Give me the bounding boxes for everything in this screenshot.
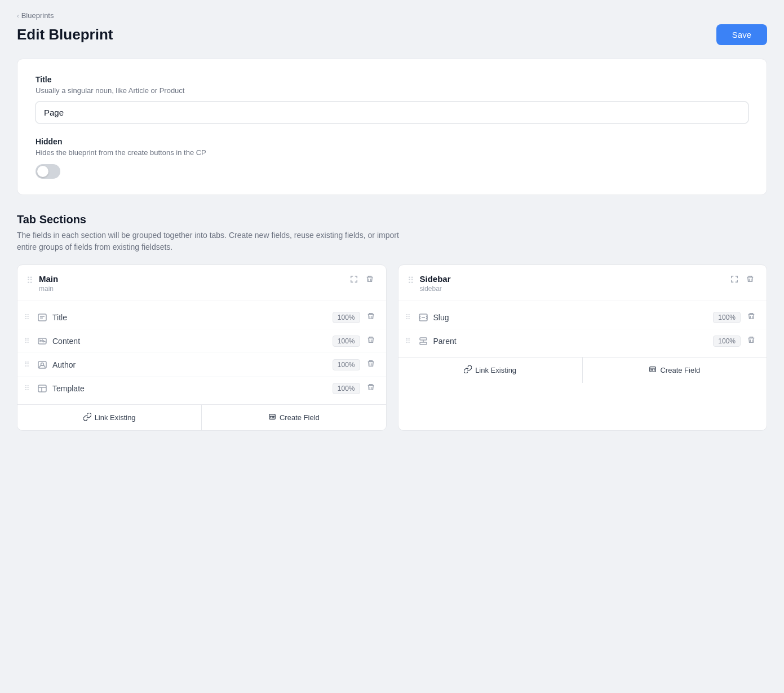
field-row: ⠿ Parent 100% — [398, 329, 767, 352]
field-delete-btn[interactable] — [365, 311, 377, 323]
field-delete-btn[interactable] — [365, 335, 377, 347]
create-field-label: Create Field — [660, 366, 700, 374]
field-name: Content — [52, 337, 328, 346]
section-slug: main — [39, 285, 58, 293]
section-card-main: ⠿ Main main ⠿ Title 100% — [17, 264, 387, 431]
markdown-icon — [37, 337, 48, 346]
field-drag-handle[interactable]: ⠿ — [24, 360, 30, 369]
section-actions-main: Link Existing Create Field — [17, 404, 386, 430]
tab-sections-description: The fields in each section will be group… — [17, 229, 411, 253]
svg-rect-16 — [420, 338, 427, 340]
title-field-desc: Usually a singular noun, like Article or… — [36, 86, 748, 95]
link-existing-label: Link Existing — [95, 413, 136, 422]
field-delete-btn[interactable] — [365, 359, 377, 370]
breadcrumb: ‹ Blueprints — [17, 11, 767, 20]
field-row: ⠿ Template 100% — [17, 377, 386, 400]
field-width: 100% — [333, 359, 360, 370]
field-width: 100% — [713, 312, 741, 323]
field-row: ⠿ Content 100% — [17, 329, 386, 353]
field-delete-btn[interactable] — [365, 382, 377, 394]
field-drag-handle[interactable]: ⠿ — [24, 313, 30, 321]
tab-sections-grid: ⠿ Main main ⠿ Title 100% — [17, 264, 767, 431]
template-icon — [37, 384, 48, 393]
breadcrumb-link[interactable]: Blueprints — [21, 11, 54, 20]
field-width: 100% — [713, 336, 741, 347]
section-card-sidebar: ⠿ Sidebar sidebar ⠿ Slug 100% — [398, 264, 768, 431]
hidden-field-desc: Hides the blueprint from the create butt… — [36, 148, 748, 157]
field-width: 100% — [333, 383, 360, 394]
link-existing-btn[interactable]: Link Existing — [17, 405, 202, 430]
section-name: Main — [39, 274, 58, 284]
hidden-field-label: Hidden — [36, 137, 748, 146]
user-icon — [37, 360, 48, 369]
page-header: Edit Blueprint Save — [17, 24, 767, 45]
tab-sections-heading: Tab Sections The fields in each section … — [17, 213, 767, 253]
link-existing-label: Link Existing — [475, 366, 516, 374]
section-drag-handle[interactable]: ⠿ — [26, 275, 33, 286]
link-icon — [464, 365, 472, 375]
field-name: Slug — [433, 313, 709, 322]
field-name: Title — [52, 313, 328, 322]
field-drag-handle[interactable]: ⠿ — [405, 337, 411, 345]
section-header-main: ⠿ Main main — [17, 265, 386, 301]
page-title: Edit Blueprint — [17, 26, 113, 43]
field-row: ⠿ Author 100% — [17, 353, 386, 377]
title-field-group: Title Usually a singular noun, like Arti… — [36, 75, 748, 123]
tab-sections-title: Tab Sections — [17, 213, 767, 226]
link-existing-btn[interactable]: Link Existing — [398, 357, 583, 383]
create-field-btn[interactable]: Create Field — [202, 405, 386, 430]
fields-list-sidebar: ⠿ Slug 100% ⠿ Parent 100% — [398, 301, 767, 357]
section-name: Sidebar — [420, 274, 451, 284]
hidden-field-group: Hidden Hides the blueprint from the crea… — [36, 137, 748, 179]
section-drag-handle[interactable]: ⠿ — [407, 275, 414, 286]
field-width: 100% — [333, 336, 360, 347]
section-header-sidebar: ⠿ Sidebar sidebar — [398, 265, 767, 301]
create-field-label: Create Field — [280, 413, 320, 422]
section-slug: sidebar — [420, 285, 451, 293]
section-delete-btn[interactable] — [365, 274, 375, 284]
create-field-icon — [649, 365, 657, 375]
text-icon — [37, 313, 48, 322]
section-expand-btn[interactable] — [729, 274, 739, 284]
fields-list-main: ⠿ Title 100% ⠿ Content 100% ⠿ — [17, 301, 386, 404]
field-name: Author — [52, 360, 328, 369]
field-drag-handle[interactable]: ⠿ — [405, 313, 411, 321]
svg-rect-7 — [38, 385, 46, 392]
title-input[interactable] — [36, 101, 748, 123]
field-drag-handle[interactable]: ⠿ — [24, 337, 30, 345]
svg-rect-17 — [420, 342, 427, 345]
save-button[interactable]: Save — [716, 24, 767, 45]
field-delete-btn[interactable] — [745, 335, 758, 347]
link-icon — [83, 413, 91, 422]
section-expand-btn[interactable] — [349, 274, 359, 284]
field-row: ⠿ Title 100% — [17, 306, 386, 329]
title-field-label: Title — [36, 75, 748, 84]
field-drag-handle[interactable]: ⠿ — [24, 384, 30, 392]
create-field-btn[interactable]: Create Field — [583, 357, 767, 383]
field-delete-btn[interactable] — [745, 311, 758, 323]
section-actions-sidebar: Link Existing Create Field — [398, 357, 767, 383]
field-name: Parent — [433, 337, 709, 346]
create-field-icon — [268, 413, 276, 422]
svg-rect-0 — [38, 314, 46, 321]
section-delete-btn[interactable] — [745, 274, 755, 284]
parent-icon — [418, 337, 429, 346]
field-width: 100% — [333, 312, 360, 323]
breadcrumb-chevron: ‹ — [17, 12, 19, 19]
field-row: ⠿ Slug 100% — [398, 306, 767, 329]
slug-icon — [418, 313, 429, 322]
blueprint-settings-card: Title Usually a singular noun, like Arti… — [17, 59, 767, 195]
hidden-toggle[interactable] — [36, 164, 60, 179]
field-name: Template — [52, 384, 328, 393]
